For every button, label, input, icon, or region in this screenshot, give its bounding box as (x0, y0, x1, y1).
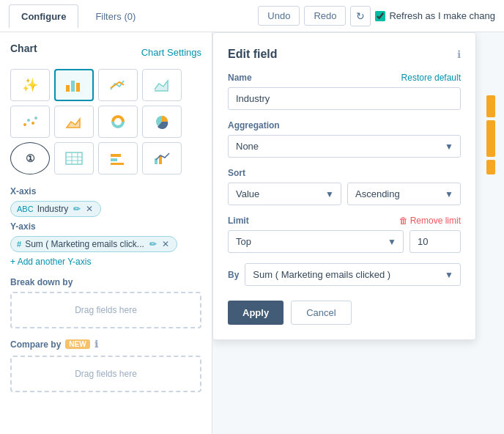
compare-drag-placeholder: Drag fields here (75, 369, 137, 379)
xaxis-edit-icon[interactable]: ✏ (73, 204, 81, 214)
yaxis-tag[interactable]: # Sum ( Marketing emails click... ✏ ✕ (10, 236, 177, 252)
left-panel: Chart Chart Settings ✨ (0, 32, 212, 434)
remove-limit-label: Remove limit (410, 216, 461, 226)
sort-direction-wrap: Ascending Descending ▼ (347, 183, 461, 205)
chart-type-pie[interactable] (142, 106, 182, 138)
refresh-icon[interactable]: ↻ (350, 6, 371, 26)
right-panel: Edit field ℹ Name Restore default Aggreg… (212, 32, 504, 434)
limit-position-wrap: Top Bottom ▼ (228, 230, 404, 253)
add-yaxis-link[interactable]: + Add another Y-axis (10, 257, 201, 267)
redo-button[interactable]: Redo (304, 6, 346, 26)
xaxis-tag[interactable]: ABC Industry ✏ ✕ (10, 201, 101, 217)
yaxis-edit-icon[interactable]: ✏ (149, 239, 157, 249)
by-select-wrap: Sum ( Marketing emails clicked ) Count A… (245, 263, 461, 286)
compare-drag-zone-wrap: Drag fields here (10, 356, 201, 392)
tab-configure[interactable]: Configure (9, 4, 78, 28)
refresh-checkbox-wrap: Refresh as I make chang (375, 10, 495, 21)
yaxis-type-icon: # (17, 240, 21, 249)
chart-type-bar[interactable] (54, 69, 94, 101)
action-buttons: Apply Cancel (228, 301, 461, 325)
by-label: By (228, 270, 239, 280)
sort-value-select[interactable]: Value Label Count (228, 183, 341, 205)
limit-row: Top Bottom ▼ (228, 230, 461, 253)
chart-type-area2[interactable] (54, 106, 94, 138)
chart-type-combo[interactable] (142, 142, 182, 174)
by-row: By Sum ( Marketing emails clicked ) Coun… (228, 263, 461, 286)
chart-type-donut[interactable] (98, 106, 138, 138)
chart-bar-1 (486, 95, 495, 117)
yaxis-remove-icon[interactable]: ✕ (162, 239, 169, 249)
panel-title: Edit field (228, 48, 278, 61)
chart-type-table[interactable] (54, 142, 94, 174)
main-layout: Chart Chart Settings ✨ (0, 32, 504, 434)
apply-button[interactable]: Apply (228, 301, 284, 325)
refresh-checkbox[interactable] (375, 11, 385, 21)
aggregation-row: Aggregation None Sum Average Count Min M… (228, 120, 461, 158)
new-badge: NEW (65, 339, 89, 349)
chart-type-number[interactable]: ① (10, 142, 50, 174)
sort-value-wrap: Value Label Count ▼ (228, 183, 341, 205)
by-select[interactable]: Sum ( Marketing emails clicked ) Count A… (245, 263, 461, 286)
aggregation-label: Aggregation (228, 120, 461, 130)
restore-link[interactable]: Restore default (401, 73, 461, 83)
chart-title: Chart (10, 43, 37, 54)
svg-rect-16 (111, 154, 121, 157)
chart-type-line[interactable] (98, 69, 138, 101)
panel-info-icon[interactable]: ℹ (457, 48, 461, 60)
remove-limit-link[interactable]: 🗑 Remove limit (399, 216, 461, 226)
chart-settings-link[interactable]: Chart Settings (141, 47, 201, 58)
chart-bar-2 (486, 120, 495, 157)
trash-icon: 🗑 (399, 216, 408, 226)
svg-rect-2 (76, 83, 80, 92)
yaxis-field-name: Sum ( Marketing emails click... (25, 239, 144, 249)
svg-rect-17 (111, 158, 117, 161)
undo-button[interactable]: Undo (258, 6, 300, 26)
name-input[interactable] (228, 87, 461, 110)
chart-type-scatter[interactable] (10, 106, 50, 138)
panel-header: Edit field ℹ (228, 48, 461, 61)
xaxis-type-icon: ABC (17, 205, 34, 213)
xaxis-field-name: Industry (37, 204, 69, 214)
limit-label: Limit (228, 216, 249, 226)
name-row: Name Restore default (228, 73, 461, 110)
sort-row: Value Label Count ▼ Ascending Descending… (228, 183, 461, 205)
svg-marker-7 (67, 119, 80, 128)
chart-type-bar2[interactable] (98, 142, 138, 174)
aggregation-select[interactable]: None Sum Average Count Min Max (228, 135, 461, 158)
compare-row: Compare by NEW ℹ (10, 339, 201, 350)
sort-label: Sort (228, 168, 461, 178)
chart-type-grid: ✨ (10, 69, 201, 174)
chart-type-magic[interactable]: ✨ (10, 69, 50, 101)
cancel-button[interactable]: Cancel (291, 301, 351, 325)
svg-point-3 (23, 123, 26, 126)
tab-filters[interactable]: Filters (0) (83, 4, 148, 28)
xaxis-remove-icon[interactable]: ✕ (86, 204, 93, 214)
compare-label: Compare by (10, 339, 61, 350)
edit-field-panel: Edit field ℹ Name Restore default Aggreg… (212, 32, 476, 340)
top-bar: Configure Filters (0) Undo Redo ↻ Refres… (0, 0, 504, 32)
limit-header: Limit 🗑 Remove limit (228, 216, 461, 226)
refresh-label: Refresh as I make chang (389, 10, 495, 21)
svg-point-4 (27, 119, 30, 122)
svg-point-5 (32, 122, 34, 125)
compare-drag-zone[interactable]: Drag fields here (10, 356, 201, 392)
yaxis-label: Y-axis (10, 221, 201, 232)
drag-placeholder: Drag fields here (75, 305, 137, 315)
compare-info-icon[interactable]: ℹ (94, 339, 98, 350)
svg-rect-0 (66, 85, 70, 92)
svg-rect-1 (71, 81, 75, 92)
name-label: Name (228, 73, 252, 83)
breakdown-drag-zone[interactable]: Drag fields here (10, 292, 201, 328)
name-row-header: Name Restore default (228, 73, 461, 83)
svg-rect-18 (111, 163, 124, 165)
limit-value-input[interactable] (410, 230, 461, 253)
svg-point-6 (34, 117, 37, 119)
chart-bar-3 (486, 160, 495, 174)
svg-rect-11 (66, 152, 82, 164)
top-bar-actions: Undo Redo ↻ Refresh as I make chang (258, 6, 495, 26)
chart-type-area[interactable] (142, 69, 182, 101)
xaxis-label: X-axis (10, 186, 201, 196)
chart-preview-hint (482, 91, 504, 179)
sort-direction-select[interactable]: Ascending Descending (347, 183, 461, 205)
limit-position-select[interactable]: Top Bottom (228, 230, 404, 253)
